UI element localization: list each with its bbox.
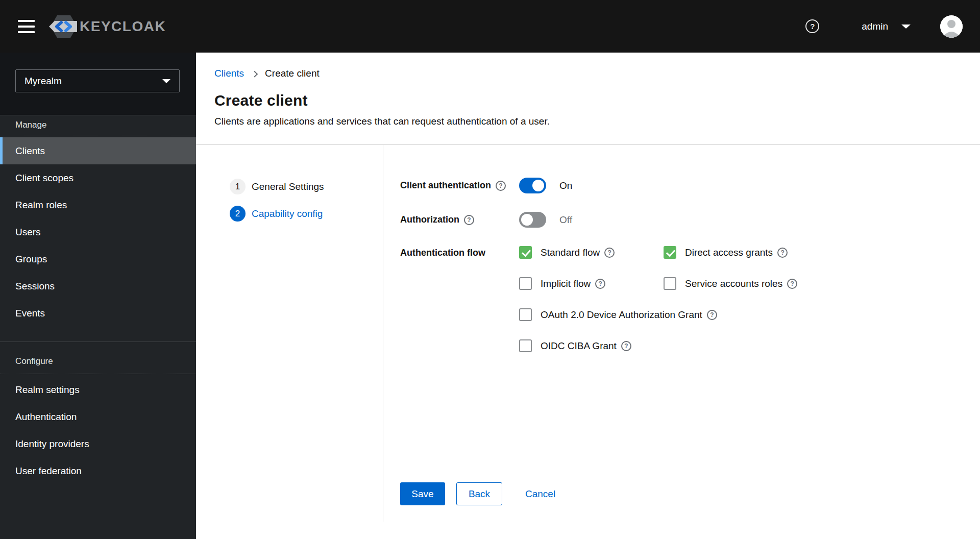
sidebar-item-clients[interactable]: Clients xyxy=(0,137,196,164)
option-service-accounts-roles[interactable]: Service accounts roles xyxy=(664,277,797,290)
option-standard-flow[interactable]: Standard flow xyxy=(519,246,664,259)
oidc-ciba-grant-checkbox[interactable] xyxy=(519,339,532,352)
client-authentication-state: On xyxy=(559,180,572,191)
nav-section-title-manage: Manage xyxy=(0,115,196,135)
realm-selector-section: Myrealm xyxy=(0,53,196,115)
nav-section-title-configure: Configure xyxy=(0,342,196,374)
wizard-steps: 1 General Settings 2 Capability config xyxy=(196,145,383,522)
authentication-flow-label: Authentication flow xyxy=(400,248,485,258)
toggle-knob xyxy=(532,180,544,191)
question-circle-icon[interactable] xyxy=(787,279,797,289)
breadcrumb: Clients Create client xyxy=(214,68,962,79)
menu-icon[interactable] xyxy=(18,20,35,33)
sidebar-item-realm-settings[interactable]: Realm settings xyxy=(0,376,196,403)
realm-name: Myrealm xyxy=(24,76,62,87)
question-circle-icon[interactable] xyxy=(707,310,717,320)
client-authentication-label: Client authentication xyxy=(400,180,491,191)
username: admin xyxy=(862,21,888,32)
question-circle-icon[interactable] xyxy=(496,181,506,191)
oidc-ciba-grant-label[interactable]: OIDC CIBA Grant xyxy=(541,340,617,352)
standard-flow-label[interactable]: Standard flow xyxy=(541,247,600,258)
avatar-icon xyxy=(940,15,963,38)
cancel-button[interactable]: Cancel xyxy=(525,488,555,500)
authentication-flow-label-group: Authentication flow xyxy=(400,246,519,258)
step-label-general-settings: General Settings xyxy=(252,181,324,192)
standard-flow-checkbox[interactable] xyxy=(519,246,532,259)
field-authentication-flow: Authentication flow Standard flow Dir xyxy=(400,246,980,371)
nav-section-manage: Manage Clients Client scopes Realm roles… xyxy=(0,115,196,327)
implicit-flow-checkbox[interactable] xyxy=(519,277,532,290)
toggle-knob xyxy=(521,214,533,226)
client-authentication-label-group: Client authentication xyxy=(400,180,519,191)
checkbox-row: Standard flow Direct access grants xyxy=(519,246,797,259)
wizard-step-general-settings[interactable]: 1 General Settings xyxy=(230,179,383,194)
question-circle-icon[interactable] xyxy=(777,248,788,258)
nav-section-configure: Configure Realm settings Authentication … xyxy=(0,341,196,484)
authorization-toggle[interactable] xyxy=(519,212,546,228)
option-oauth-device-grant[interactable]: OAuth 2.0 Device Authorization Grant xyxy=(519,308,717,321)
caret-down-icon xyxy=(901,24,911,29)
sidebar-item-client-scopes[interactable]: Client scopes xyxy=(0,164,196,191)
page-header: Clients Create client Create client Clie… xyxy=(196,53,980,145)
chevron-right-icon xyxy=(252,70,258,77)
sidebar: Myrealm Manage Clients Client scopes Rea… xyxy=(0,53,196,539)
direct-access-grants-label[interactable]: Direct access grants xyxy=(685,247,773,258)
capability-config-form: Client authentication On Authorization xyxy=(383,145,980,522)
oauth-device-grant-checkbox[interactable] xyxy=(519,308,532,321)
checkbox-row: Implicit flow Service accounts roles xyxy=(519,277,797,290)
direct-access-grants-checkbox[interactable] xyxy=(664,246,676,259)
option-implicit-flow[interactable]: Implicit flow xyxy=(519,277,664,290)
authorization-state: Off xyxy=(559,214,572,226)
checkbox-row: OIDC CIBA Grant xyxy=(519,339,797,352)
user-menu-button[interactable]: admin xyxy=(862,21,911,32)
keycloak-logo-icon xyxy=(49,14,79,39)
service-accounts-roles-checkbox[interactable] xyxy=(664,277,676,290)
question-circle-icon[interactable] xyxy=(604,248,615,258)
page-subtitle: Clients are applications and services th… xyxy=(214,116,962,127)
authorization-label-group: Authorization xyxy=(400,214,519,225)
sidebar-item-realm-roles[interactable]: Realm roles xyxy=(0,191,196,218)
save-button[interactable]: Save xyxy=(400,482,445,505)
service-accounts-roles-label[interactable]: Service accounts roles xyxy=(685,278,782,289)
masthead-toolbar: admin xyxy=(805,15,963,38)
sidebar-item-events[interactable]: Events xyxy=(0,300,196,327)
client-authentication-toggle[interactable] xyxy=(519,178,546,193)
checkbox-row: OAuth 2.0 Device Authorization Grant xyxy=(519,308,797,321)
chevron-down-icon xyxy=(162,79,170,83)
sidebar-item-groups[interactable]: Groups xyxy=(0,246,196,273)
wizard: 1 General Settings 2 Capability config C… xyxy=(196,145,980,522)
oauth-device-grant-label[interactable]: OAuth 2.0 Device Authorization Grant xyxy=(541,309,702,321)
question-circle-icon[interactable] xyxy=(621,341,631,351)
sidebar-item-users[interactable]: Users xyxy=(0,218,196,246)
authentication-flow-options: Standard flow Direct access grants xyxy=(519,246,797,371)
question-circle-icon[interactable] xyxy=(595,279,605,289)
field-authorization: Authorization Off xyxy=(400,212,980,228)
keycloak-logo: KEYCLOAK xyxy=(49,14,166,39)
sidebar-item-authentication[interactable]: Authentication xyxy=(0,403,196,430)
brand-text: KEYCLOAK xyxy=(80,18,166,35)
avatar[interactable] xyxy=(940,15,963,38)
masthead: KEYCLOAK admin xyxy=(0,0,980,53)
authorization-label: Authorization xyxy=(400,214,459,225)
wizard-footer: Save Back Cancel xyxy=(400,482,980,505)
breadcrumb-clients-link[interactable]: Clients xyxy=(214,68,244,79)
breadcrumb-current: Create client xyxy=(265,68,320,79)
app-root: KEYCLOAK admin Myrealm xyxy=(0,0,980,539)
implicit-flow-label[interactable]: Implicit flow xyxy=(541,278,591,289)
step-label-capability-config: Capability config xyxy=(252,208,323,219)
step-number-2: 2 xyxy=(230,206,246,222)
help-icon[interactable] xyxy=(805,19,819,33)
wizard-step-capability-config[interactable]: 2 Capability config xyxy=(230,206,383,222)
sidebar-item-sessions[interactable]: Sessions xyxy=(0,273,196,300)
step-number-1: 1 xyxy=(230,179,246,194)
option-direct-access-grants[interactable]: Direct access grants xyxy=(664,246,788,259)
back-button[interactable]: Back xyxy=(456,482,502,505)
option-oidc-ciba-grant[interactable]: OIDC CIBA Grant xyxy=(519,339,631,352)
main-content: Clients Create client Create client Clie… xyxy=(196,53,980,539)
sidebar-item-identity-providers[interactable]: Identity providers xyxy=(0,430,196,457)
field-client-authentication: Client authentication On xyxy=(400,178,980,193)
realm-selector[interactable]: Myrealm xyxy=(15,69,180,92)
sidebar-item-user-federation[interactable]: User federation xyxy=(0,457,196,484)
question-circle-icon[interactable] xyxy=(464,215,474,225)
page-title: Create client xyxy=(214,92,962,109)
